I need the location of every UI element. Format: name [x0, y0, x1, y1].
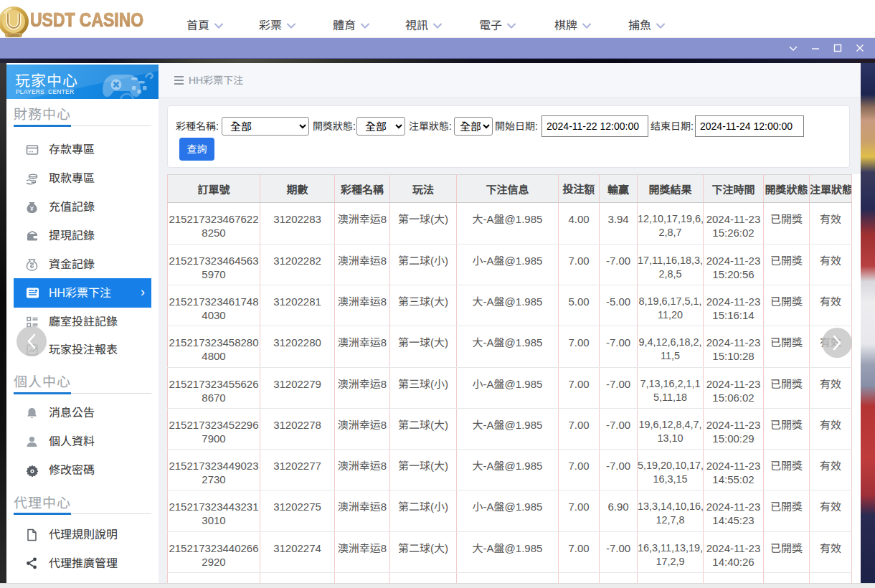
svg-text:Casino: Casino	[8, 33, 19, 37]
